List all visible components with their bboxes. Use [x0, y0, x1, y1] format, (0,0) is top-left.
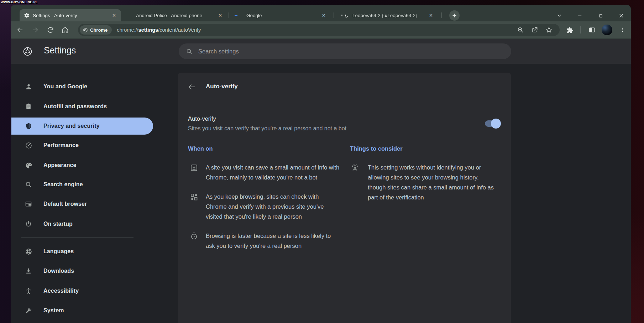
reload-button[interactable] [45, 25, 55, 35]
sidebar-item-languages[interactable]: Languages [11, 243, 153, 260]
things-to-consider-heading: Things to consider [350, 145, 507, 153]
sidebar-item-on-startup[interactable]: On startup [11, 215, 153, 233]
settings-page: Settings You and Google A [11, 39, 631, 323]
tab-close-icon[interactable]: ✕ [320, 12, 327, 19]
zoom-icon[interactable] [515, 25, 525, 35]
tab-separator [334, 12, 334, 18]
desktop: WWW.GRY-ONLINE.PL Settings - Auto-verify… [0, 0, 644, 323]
reddit-icon [344, 12, 349, 18]
list-item: A site you visit can save a small amount… [188, 162, 340, 182]
tab-close-icon[interactable]: ✕ [428, 12, 434, 19]
sidebar-item-label: Accessibility [43, 288, 79, 294]
sidebar-item-downloads[interactable]: Downloads [11, 262, 153, 280]
content-card: Auto-verify Auto-verify Sites you visit … [178, 73, 511, 323]
shield-icon [25, 122, 32, 130]
tab-reddit[interactable]: Leopeva64-2 (u/Leopeva64-2) - ✕ [339, 9, 438, 21]
sidebar-item-appearance[interactable]: Appearance [11, 157, 153, 174]
sidebar-item-label: Autofill and passwords [43, 103, 107, 110]
back-arrow-icon[interactable] [187, 82, 197, 92]
android-police-icon [127, 12, 133, 18]
wrench-icon [25, 307, 32, 314]
list-item: Browsing is faster because a site is les… [188, 231, 340, 251]
magnifier-icon [25, 181, 32, 188]
list-item-text: As you keep browsing, sites can check wi… [206, 192, 340, 222]
palette-icon [25, 161, 32, 169]
forward-button[interactable] [30, 25, 40, 35]
search-icon [186, 48, 193, 55]
chrome-logo-icon [22, 46, 33, 57]
tab-search-chevron-icon[interactable] [554, 11, 565, 21]
tab-android-police[interactable]: Android Police - Android phone ✕ [123, 9, 227, 21]
auto-verify-toggle[interactable] [485, 120, 500, 127]
home-button[interactable] [60, 25, 70, 35]
when-on-column: When on A site you visit can save a smal… [188, 145, 340, 251]
settings-header: Settings [11, 39, 631, 64]
sidebar-item-label: Privacy and security [43, 123, 100, 129]
profile-avatar[interactable] [602, 25, 612, 35]
chrome-logo-icon [83, 27, 88, 33]
google-icon [237, 12, 243, 18]
tab-settings[interactable]: Settings - Auto-verify ✕ [20, 9, 121, 21]
extensions-icon[interactable] [565, 25, 575, 35]
menu-kebab-icon[interactable] [618, 25, 628, 35]
settings-gear-icon [24, 12, 30, 18]
minimize-button[interactable] [575, 11, 585, 21]
toggle-knob [491, 119, 501, 129]
sidebar-item-label: Appearance [43, 162, 77, 168]
sidebar-item-label: Default browser [43, 201, 87, 207]
address-bar[interactable]: Chrome chrome://settings/content/autoVer… [78, 24, 560, 36]
tab-google[interactable]: Google ✕ [233, 9, 331, 21]
url-text: chrome://settings/content/autoVerify [117, 27, 201, 33]
sidebar-item-label: Performance [43, 142, 79, 149]
search-settings-box[interactable] [179, 43, 511, 59]
sidebar-item-privacy-and-security[interactable]: Privacy and security [11, 118, 153, 135]
url-host: settings [138, 27, 158, 33]
browser-window-icon [25, 200, 32, 208]
sidebar-item-label: Languages [43, 248, 74, 255]
maximize-button[interactable] [595, 11, 606, 21]
url-scheme: chrome:// [117, 27, 138, 33]
side-panel-icon[interactable] [587, 25, 597, 35]
tab-close-icon[interactable]: ✕ [111, 12, 117, 19]
sidebar-item-system[interactable]: System [11, 302, 153, 319]
download-icon [25, 267, 32, 275]
person-icon [25, 83, 32, 90]
new-tab-button[interactable] [449, 10, 460, 21]
info-columns: When on A site you visit can save a smal… [188, 145, 511, 251]
sidebar-item-you-and-google[interactable]: You and Google [11, 78, 153, 95]
tab-title: Google [246, 13, 317, 18]
bookmark-star-icon[interactable] [544, 25, 554, 35]
auto-verify-toggle-row[interactable]: Auto-verify Sites you visit can verify t… [188, 115, 500, 132]
tab-strip: Settings - Auto-verify ✕ Android Police … [11, 5, 631, 21]
sidebar-item-label: Downloads [43, 268, 74, 274]
sidebar-item-default-browser[interactable]: Default browser [11, 196, 153, 213]
browser-window: Settings - Auto-verify ✕ Android Police … [11, 5, 631, 323]
url-path: /content/autoVerify [158, 27, 201, 33]
globe-icon [25, 248, 32, 255]
sidebar-item-accessibility[interactable]: Accessibility [11, 282, 153, 299]
search-settings-input[interactable] [198, 48, 411, 55]
when-on-heading: When on [188, 145, 340, 153]
share-icon[interactable] [530, 25, 540, 35]
clipboard-icon [25, 103, 32, 110]
site-chip[interactable]: Chrome [80, 25, 112, 35]
tab-separator [229, 12, 229, 18]
timer-icon [189, 231, 199, 251]
back-button[interactable] [15, 25, 25, 35]
card-title: Auto-verify [206, 83, 238, 90]
page-title: Settings [44, 45, 76, 56]
sidebar-item-label: You and Google [43, 83, 87, 90]
sidebar-item-performance[interactable]: Performance [11, 137, 153, 154]
card-header: Auto-verify [178, 73, 511, 101]
speedometer-icon [25, 141, 32, 149]
sidebar-item-autofill[interactable]: Autofill and passwords [11, 98, 153, 115]
watermark: WWW.GRY-ONLINE.PL [1, 0, 38, 4]
save-info-icon [189, 162, 199, 182]
anonymous-person-icon [350, 162, 360, 202]
tab-close-icon[interactable]: ✕ [217, 12, 224, 19]
close-window-button[interactable] [616, 11, 627, 21]
sidebar-item-search-engine[interactable]: Search engine [11, 176, 153, 193]
toggle-text-block: Auto-verify Sites you visit can verify t… [188, 115, 346, 132]
list-item-text: A site you visit can save a small amount… [206, 162, 340, 182]
list-item-text: Browsing is faster because a site is les… [206, 231, 340, 251]
